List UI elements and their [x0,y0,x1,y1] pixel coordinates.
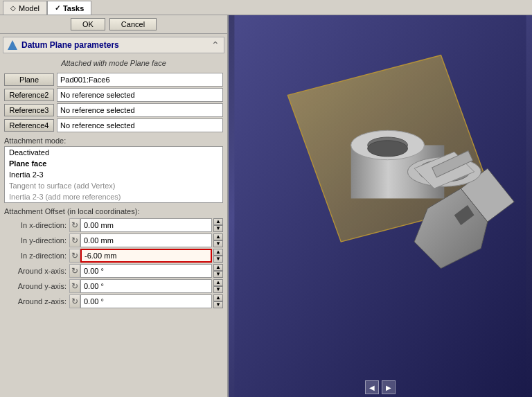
ref2-button[interactable]: Reference2 [4,89,54,101]
3d-viewport [229,15,532,397]
tab-model[interactable]: ◇ Model [3,1,47,15]
attachment-item-2[interactable]: Inertia 2-3 [5,169,222,180]
ok-button[interactable]: OK [71,18,105,30]
model-icon: ◇ [10,4,16,12]
offset-label-0: In x-direction: [4,221,66,229]
attachment-mode-label: Attachment mode: [4,136,223,145]
ref2-input[interactable] [57,88,223,102]
offset-input-1[interactable] [80,233,212,247]
spin-up-1[interactable]: ▲ [213,233,223,240]
offset-row-5: Around z-axis:↻▲▼ [4,294,223,308]
spin-wrap-4: ▲▼ [213,279,223,293]
cycle-icon-4[interactable]: ↻ [69,279,80,293]
cancel-button[interactable]: Cancel [109,18,157,30]
attachment-list: DeactivatedPlane faceInertia 2-3Tangent … [4,146,223,203]
section-title: Datum Plane parameters [21,40,211,50]
action-buttons: OK Cancel [0,15,227,34]
offset-input-4[interactable] [80,279,212,293]
datum-plane-icon [8,40,17,50]
cycle-icon-1[interactable]: ↻ [69,233,80,247]
spin-up-3[interactable]: ▲ [213,264,223,271]
nav-arrows: ◀ ▶ [229,380,532,394]
collapse-icon[interactable]: ⌃ [211,39,220,51]
spin-down-5[interactable]: ▼ [213,301,223,308]
ref4-button[interactable]: Reference4 [4,119,54,132]
spin-wrap-3: ▲▼ [213,264,223,278]
offset-label-1: In y-direction: [4,236,66,245]
spin-wrap-2: ▲▼ [213,249,223,263]
panel-scroll[interactable]: Datum Plane parameters ⌃ Attached with m… [0,34,227,397]
ref3-input[interactable] [57,103,223,117]
tasks-icon: ✓ [55,4,60,12]
spin-wrap-1: ▲▼ [213,233,223,247]
offset-input-wrap-5: ↻▲▼ [69,294,223,308]
tab-bar: ◇ Model ✓ Tasks [0,0,532,15]
offset-row-1: In y-direction:↻▲▼ [4,233,223,247]
main-content: OK Cancel Datum Plane parameters ⌃ Attac… [0,15,532,397]
offset-input-3[interactable] [80,264,212,278]
offset-input-0[interactable] [80,218,212,232]
section-header[interactable]: Datum Plane parameters ⌃ [3,37,224,53]
attachment-item-3[interactable]: Tangent to surface (add Vertex) [5,180,222,191]
plane-button[interactable]: Plane [4,73,54,86]
attached-mode-label: Attached with mode Plane face [0,56,227,71]
offset-row-2: In z-direction:↻▲▼ [4,249,223,263]
spin-up-2[interactable]: ▲ [213,249,223,256]
offset-section: Attachment Offset (in local coordinates)… [4,207,223,308]
cycle-icon-5[interactable]: ↻ [69,294,80,308]
offset-input-wrap-4: ↻▲▼ [69,279,223,293]
offset-row-3: Around x-axis:↻▲▼ [4,264,223,278]
offset-input-wrap-3: ↻▲▼ [69,264,223,278]
ref4-row: Reference4 [4,118,223,132]
plane-input[interactable] [57,73,223,87]
offset-input-wrap-1: ↻▲▼ [69,233,223,247]
cycle-icon-2[interactable]: ↻ [69,249,80,263]
nav-right-button[interactable]: ▶ [382,380,396,394]
attachment-item-0[interactable]: Deactivated [5,147,222,158]
tab-tasks-label: Tasks [63,4,84,12]
left-panel: OK Cancel Datum Plane parameters ⌃ Attac… [0,15,229,397]
offset-title: Attachment Offset (in local coordinates)… [4,207,223,215]
spin-up-5[interactable]: ▲ [213,294,223,301]
offset-row-4: Around y-axis:↻▲▼ [4,279,223,293]
plane-row: Plane [4,73,223,87]
spin-up-0[interactable]: ▲ [213,218,223,225]
ref3-button[interactable]: Reference3 [4,104,54,116]
spin-down-2[interactable]: ▼ [213,256,223,263]
spin-up-4[interactable]: ▲ [213,279,223,286]
cycle-icon-3[interactable]: ↻ [69,264,80,278]
offset-input-wrap-0: ↻▲▼ [69,218,223,232]
tab-tasks[interactable]: ✓ Tasks [47,1,91,15]
ref3-row: Reference3 [4,103,223,117]
spin-down-4[interactable]: ▼ [213,286,223,293]
ref2-row: Reference2 [4,88,223,102]
offset-rows: In x-direction:↻▲▼In y-direction:↻▲▼In z… [4,218,223,308]
spin-wrap-5: ▲▼ [213,294,223,308]
svg-point-10 [368,141,408,157]
offset-label-3: Around x-axis: [4,267,66,275]
spin-down-3[interactable]: ▼ [213,271,223,278]
offset-row-0: In x-direction:↻▲▼ [4,218,223,232]
tab-model-label: Model [19,4,39,12]
offset-label-4: Around y-axis: [4,282,66,290]
offset-label-2: In z-direction: [4,252,66,260]
spin-wrap-0: ▲▼ [213,218,223,232]
spin-down-0[interactable]: ▼ [213,225,223,232]
attachment-item-4[interactable]: Inertia 2-3 (add more references) [5,191,222,202]
attachment-item-1[interactable]: Plane face [5,158,222,169]
attachment-mode-section: Attachment mode: DeactivatedPlane faceIn… [4,136,223,203]
offset-input-5[interactable] [80,294,212,308]
nav-left-button[interactable]: ◀ [365,380,379,394]
viewport-panel[interactable]: ◀ ▶ [229,15,532,397]
offset-label-5: Around z-axis: [4,297,66,306]
spin-down-1[interactable]: ▼ [213,240,223,247]
ref4-input[interactable] [57,118,223,132]
offset-input-wrap-2: ↻▲▼ [69,249,223,263]
cycle-icon-0[interactable]: ↻ [69,218,80,232]
offset-input-2[interactable] [80,249,212,263]
